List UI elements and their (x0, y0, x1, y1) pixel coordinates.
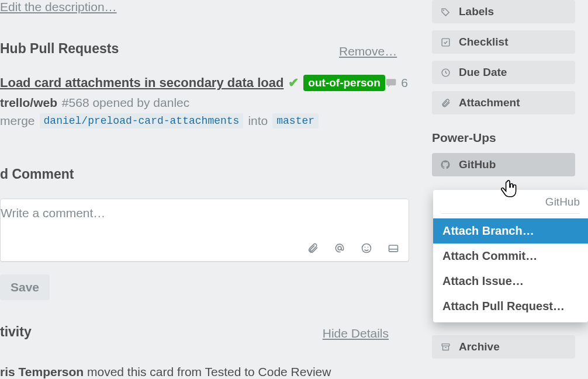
archive-icon (440, 342, 451, 352)
attachment-button-label: Attachment (459, 96, 520, 109)
target-branch-chip[interactable]: master (272, 113, 319, 128)
attachment-button[interactable]: Attachment (432, 91, 575, 114)
svg-point-0 (338, 246, 341, 250)
speech-bubble-icon (385, 77, 397, 89)
comment-input[interactable]: Write a comment… (0, 199, 409, 262)
comment-placeholder: Write a comment… (1, 206, 105, 220)
svg-rect-4 (389, 245, 398, 252)
popup-divider (441, 213, 580, 214)
save-comment-button[interactable]: Save (0, 274, 50, 300)
pull-request-badge: out-of-person (303, 75, 385, 91)
comment-count-number: 6 (401, 76, 408, 90)
checklist-button[interactable]: Checklist (432, 30, 575, 54)
into-word: into (248, 114, 268, 128)
mention-icon[interactable] (334, 242, 345, 254)
pull-requests-section: Hub Pull Requests (0, 41, 119, 57)
svg-rect-9 (442, 343, 449, 346)
popup-item-attach-commit[interactable]: Attach Commit… (433, 244, 588, 269)
popup-item-attach-branch[interactable]: Attach Branch… (433, 218, 588, 244)
popup-item-attach-pull-request[interactable]: Attach Pull Request… (433, 294, 588, 319)
github-icon (440, 159, 451, 170)
pull-request-repo: trello/web (0, 96, 57, 109)
checklist-icon (440, 37, 451, 47)
emoji-icon[interactable] (361, 242, 372, 254)
card-icon[interactable] (388, 242, 399, 254)
edit-description-link[interactable]: Edit the description… (0, 0, 117, 14)
activity-entry: ris Temperson moved this card from Teste… (0, 365, 331, 379)
clock-icon (440, 68, 451, 78)
github-powerup-button[interactable]: GitHub (432, 153, 575, 176)
due-date-button[interactable]: Due Date (432, 61, 575, 84)
pull-request-branch-row: merge daniel/preload-card-attachments in… (0, 113, 409, 128)
attachment-icon[interactable] (307, 242, 319, 254)
activity-actor: ris Temperson (0, 365, 84, 378)
github-popup-title: GitHub (433, 190, 588, 211)
source-branch-chip[interactable]: daniel/preload-card-attachments (40, 113, 244, 128)
remove-pull-requests-link[interactable]: Remove… (339, 44, 397, 58)
checklist-button-label: Checklist (459, 36, 508, 48)
activity-text: moved this card from Tested to Code Revi… (84, 365, 331, 378)
activity-heading: tivity (0, 324, 32, 340)
svg-point-3 (368, 247, 369, 248)
labels-button-label: Labels (459, 5, 494, 18)
activity-section: tivity Hide Details (0, 324, 409, 340)
github-powerup-label: GitHub (459, 158, 496, 171)
svg-point-2 (365, 247, 366, 248)
pull-request-meta: trello/web #568 opened by danlec (0, 96, 409, 110)
svg-rect-7 (442, 39, 449, 46)
checkmark-icon: ✔ (288, 75, 299, 91)
merge-word: merge (0, 114, 35, 128)
archive-button-label: Archive (459, 340, 500, 353)
comment-count: 6 (385, 76, 408, 90)
labels-button[interactable]: Labels (432, 0, 575, 23)
tag-icon (440, 7, 451, 17)
popup-item-attach-issue[interactable]: Attach Issue… (433, 269, 588, 294)
paperclip-icon (440, 98, 451, 108)
github-popup: GitHub Attach Branch… Attach Commit… Att… (433, 190, 588, 322)
svg-point-1 (362, 244, 371, 253)
svg-point-6 (442, 9, 444, 11)
comment-heading: d Comment (0, 166, 409, 182)
pull-request-meta-rest: #568 opened by danlec (58, 96, 189, 109)
hide-details-link[interactable]: Hide Details (323, 326, 389, 340)
archive-button[interactable]: Archive (432, 335, 575, 359)
powerups-heading: Power-Ups (432, 131, 575, 145)
pull-request-title-link[interactable]: Load card attachments in secondary data … (0, 75, 283, 91)
comment-section: d Comment Write a comment… Save (0, 166, 409, 300)
pull-request-item: Load card attachments in secondary data … (0, 75, 409, 128)
due-date-button-label: Due Date (459, 66, 507, 79)
pull-requests-heading: Hub Pull Requests (0, 41, 119, 57)
